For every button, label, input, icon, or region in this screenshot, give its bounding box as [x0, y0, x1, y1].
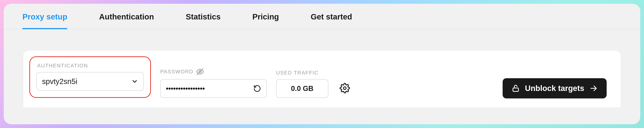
settings-button[interactable]	[340, 83, 350, 94]
arrow-right-icon	[590, 84, 598, 92]
authentication-select[interactable]: spvty2sn5i	[36, 72, 144, 91]
authentication-value: spvty2sn5i	[42, 77, 77, 86]
tab-pricing[interactable]: Pricing	[252, 12, 279, 29]
authentication-highlight: AUTHENTICATION spvty2sn5i	[29, 56, 151, 98]
svg-point-2	[344, 87, 346, 89]
used-traffic-value: 0.0 GB	[291, 85, 314, 93]
used-traffic-label: USED TRAFFIC	[276, 70, 328, 76]
gear-icon	[340, 83, 350, 93]
tab-authentication[interactable]: Authentication	[99, 12, 154, 29]
chevron-down-icon[interactable]	[131, 78, 138, 85]
refresh-icon[interactable]	[253, 85, 261, 92]
authentication-field-group: AUTHENTICATION spvty2sn5i	[36, 63, 144, 91]
unlock-icon	[512, 84, 520, 92]
used-traffic-value-box: 0.0 GB	[276, 79, 328, 98]
tab-proxy-setup[interactable]: Proxy setup	[22, 12, 67, 29]
svg-rect-3	[513, 88, 518, 91]
unblock-targets-button[interactable]: Unblock targets	[502, 78, 607, 98]
password-label-row: PASSWORD	[160, 68, 267, 76]
eye-off-icon[interactable]	[196, 68, 204, 76]
authentication-label: AUTHENTICATION	[36, 63, 144, 69]
password-value: ••••••••••••••••	[166, 84, 205, 93]
unblock-targets-label: Unblock targets	[525, 84, 584, 93]
content-panel: AUTHENTICATION spvty2sn5i PASSWORD	[23, 51, 621, 107]
used-traffic-field-group: USED TRAFFIC 0.0 GB	[276, 70, 328, 98]
tab-get-started[interactable]: Get started	[311, 12, 352, 29]
main-container: Proxy setup Authentication Statistics Pr…	[4, 4, 640, 124]
tab-statistics[interactable]: Statistics	[186, 12, 220, 29]
tabs-bar: Proxy setup Authentication Statistics Pr…	[4, 4, 640, 29]
password-field-group: PASSWORD ••••••••••••••••	[160, 68, 267, 98]
password-label: PASSWORD	[160, 69, 193, 75]
password-input[interactable]: ••••••••••••••••	[160, 79, 267, 98]
